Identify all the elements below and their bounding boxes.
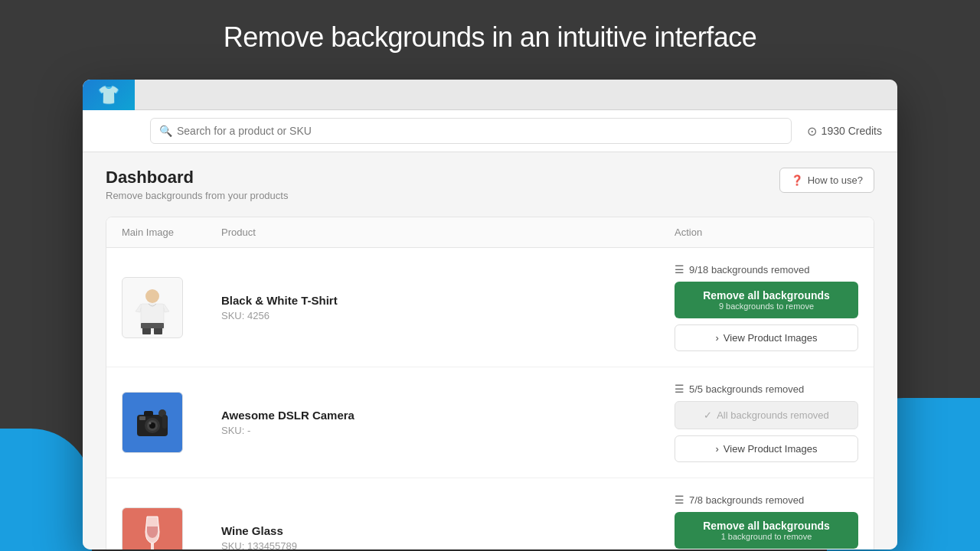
bg-count: ☰ 5/5 backgrounds removed xyxy=(675,383,858,395)
header-bar: 🔍 ⊙ 1930 Credits xyxy=(83,110,897,152)
all-removed-badge: ✓ All backgrounds removed xyxy=(675,401,858,429)
product-image-cell xyxy=(122,507,221,550)
search-input[interactable] xyxy=(150,118,792,144)
action-cell: ☰ 5/5 backgrounds removed ✓ All backgrou… xyxy=(675,383,858,462)
tshirt-image xyxy=(129,281,175,334)
dashboard-title-area: Dashboard Remove backgrounds from your p… xyxy=(106,168,288,201)
product-name: Awesome DSLR Camera xyxy=(221,409,675,422)
main-content: Dashboard Remove backgrounds from your p… xyxy=(83,152,897,549)
dashboard-header: Dashboard Remove backgrounds from your p… xyxy=(106,168,874,201)
product-image-cell xyxy=(122,277,221,338)
credits-area: ⊙ 1930 Credits xyxy=(807,124,882,139)
check-icon: ✓ xyxy=(704,409,712,421)
product-info: Awesome DSLR Camera SKU: - xyxy=(221,409,675,436)
app-window: 👕 🔍 ⊙ 1930 Credits Dashboard Remove back… xyxy=(83,80,897,549)
dashboard-subtitle: Remove backgrounds from your products xyxy=(106,190,288,201)
chevron-right-icon: › xyxy=(716,332,719,344)
table-row: Black & White T-Shirt SKU: 4256 ☰ 9/18 b… xyxy=(106,248,874,367)
view-images-label: View Product Images xyxy=(724,332,818,344)
bg-count: ☰ 7/8 backgrounds removed xyxy=(675,494,858,506)
list-icon: ☰ xyxy=(675,263,684,276)
how-to-button[interactable]: ❓ How to use? xyxy=(779,168,874,193)
product-info: Black & White T-Shirt SKU: 4256 xyxy=(221,294,675,321)
credits-icon: ⊙ xyxy=(807,124,817,139)
svg-rect-13 xyxy=(162,415,167,429)
product-name: Wine Glass xyxy=(221,524,675,537)
titlebar: 👕 xyxy=(83,80,897,110)
bg-count-label: 7/8 backgrounds removed xyxy=(689,494,804,506)
remove-all-button[interactable]: Remove all backgrounds 9 backgrounds to … xyxy=(675,282,858,318)
col-product: Product xyxy=(221,227,675,238)
view-images-button[interactable]: › View Product Images xyxy=(675,435,858,462)
svg-rect-4 xyxy=(141,323,164,328)
remove-all-label: Remove all backgrounds xyxy=(685,520,848,532)
app-logo: 👕 xyxy=(83,80,135,110)
svg-rect-11 xyxy=(139,416,145,420)
product-name: Black & White T-Shirt xyxy=(221,294,675,307)
search-icon: 🔍 xyxy=(159,125,172,137)
product-sku: SKU: - xyxy=(221,425,675,436)
credits-label: 1930 Credits xyxy=(822,125,882,137)
camera-image xyxy=(133,403,172,442)
remove-all-sublabel: 1 background to remove xyxy=(685,532,848,541)
col-action: Action xyxy=(675,227,858,238)
wine-image xyxy=(133,513,172,549)
svg-rect-14 xyxy=(151,543,154,549)
product-sku: SKU: 4256 xyxy=(221,310,675,321)
table-header: Main Image Product Action xyxy=(106,217,874,248)
svg-point-9 xyxy=(149,422,152,425)
product-sku: SKU: 133455789 xyxy=(221,540,675,550)
action-cell: ☰ 7/8 backgrounds removed Remove all bac… xyxy=(675,494,858,549)
bg-count-label: 9/18 backgrounds removed xyxy=(689,264,810,276)
remove-all-button[interactable]: Remove all backgrounds 1 background to r… xyxy=(675,512,858,549)
products-table: Main Image Product Action xyxy=(106,217,874,549)
chevron-right-icon: › xyxy=(716,443,719,455)
product-image-wrapper xyxy=(122,277,183,338)
product-image-cell xyxy=(122,392,221,453)
all-removed-label: All backgrounds removed xyxy=(717,409,829,421)
table-row: Awesome DSLR Camera SKU: - ☰ 5/5 backgro… xyxy=(106,367,874,478)
list-icon: ☰ xyxy=(675,383,684,395)
svg-point-1 xyxy=(145,289,159,303)
bg-count-label: 5/5 backgrounds removed xyxy=(689,383,804,395)
remove-all-label: Remove all backgrounds xyxy=(685,289,848,302)
svg-rect-10 xyxy=(144,411,153,416)
wine-image-wrapper xyxy=(122,507,183,550)
col-main-image: Main Image xyxy=(122,227,221,238)
list-icon: ☰ xyxy=(675,494,684,506)
page-title: Remove backgrounds in an intuitive inter… xyxy=(0,0,980,69)
search-wrapper: 🔍 xyxy=(150,118,792,144)
view-images-button[interactable]: › View Product Images xyxy=(675,324,858,351)
dashboard-title: Dashboard xyxy=(106,168,288,187)
bg-count: ☰ 9/18 backgrounds removed xyxy=(675,263,858,276)
view-images-label: View Product Images xyxy=(724,443,818,455)
action-cell: ☰ 9/18 backgrounds removed Remove all ba… xyxy=(675,263,858,351)
table-row: Wine Glass SKU: 133455789 ☰ 7/8 backgrou… xyxy=(106,478,874,549)
remove-all-sublabel: 9 backgrounds to remove xyxy=(685,302,848,311)
product-info: Wine Glass SKU: 133455789 xyxy=(221,524,675,550)
decorative-blob-left xyxy=(0,429,92,551)
camera-image-wrapper xyxy=(122,392,183,453)
question-icon: ❓ xyxy=(791,174,803,186)
